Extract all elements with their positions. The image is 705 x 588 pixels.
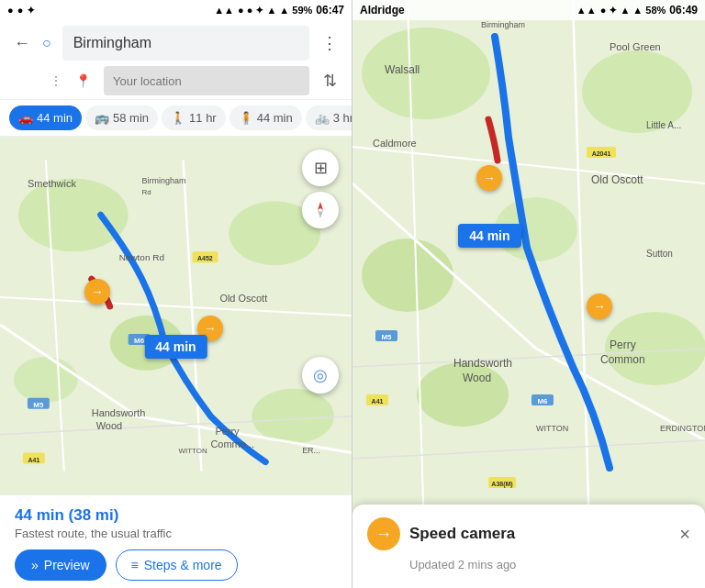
destination-input[interactable] [62, 26, 309, 61]
arrow-icon-2: → [204, 321, 217, 336]
map-area-left[interactable]: M5 M6 A452 A41 Smethwick Newton Rd Old O… [0, 137, 352, 494]
status-icon-circle1: ● [7, 5, 14, 16]
svg-text:Common: Common [600, 353, 645, 366]
more-options-button[interactable]: ⋮ [317, 30, 342, 56]
svg-text:Old Oscott: Old Oscott [591, 173, 643, 186]
tab-hike[interactable]: 🧍 44 min [229, 105, 302, 130]
svg-point-4 [14, 357, 78, 403]
layers-button[interactable]: ⊞ [302, 150, 339, 186]
route-time-badge-left: 44 min [144, 335, 207, 359]
status-bar-right: Aldridge ▲▲ ● ✦ ▲ ▲ 58% 06:49 [352, 0, 705, 20]
steps-label: Steps & more [144, 558, 222, 572]
signal-icon-right: ▲▲ [576, 5, 597, 16]
speed-camera-header: → Speed camera × [367, 517, 690, 550]
svg-marker-32 [318, 210, 323, 218]
svg-text:Commo...: Commo... [210, 438, 254, 449]
preview-icon: » [31, 558, 39, 572]
tab-transit[interactable]: 🚌 58 min [85, 105, 158, 130]
location-button[interactable]: ◎ [302, 357, 339, 394]
drive-icon: 🚗 [18, 111, 33, 125]
search-destination-row: ← ○ ⋮ [9, 26, 342, 61]
traffic-marker-1: → [84, 279, 110, 305]
svg-text:Birmingham: Birmingham [481, 20, 525, 29]
tab-cycle[interactable]: 🚲 3 hr [306, 105, 352, 130]
battery-right: ● ✦ ▲ ▲ 58% [600, 5, 666, 17]
preview-button[interactable]: » Preview [15, 549, 106, 581]
svg-point-5 [252, 389, 334, 444]
signal-icon: ▲▲ [214, 5, 234, 16]
svg-text:Birmingham: Birmingham [142, 176, 186, 185]
traffic-marker-right-1: → [476, 165, 502, 191]
steps-button[interactable]: ≡ Steps & more [116, 549, 238, 581]
location-name-right: Aldridge [360, 4, 405, 17]
transit-time: 58 min [113, 111, 149, 125]
steps-icon: ≡ [131, 558, 139, 572]
svg-text:A41: A41 [28, 457, 40, 463]
speed-camera-card: → Speed camera × Updated 2 mins ago [352, 505, 705, 588]
pin-icon: 📍 [75, 72, 91, 89]
svg-text:WITTON: WITTON [178, 447, 207, 455]
svg-text:WITTON: WITTON [536, 424, 568, 433]
close-icon: × [679, 524, 690, 544]
time-left: 06:47 [316, 4, 344, 17]
svg-text:A41: A41 [372, 398, 384, 405]
status-icon-circle2: ● [17, 5, 24, 16]
status-right-icons-left: ▲▲ ● ● ✦ ▲ ▲ 59% 06:47 [214, 4, 344, 17]
compass-svg [310, 200, 330, 220]
speed-camera-title-row: → Speed camera [367, 517, 515, 550]
svg-text:Old Oscott: Old Oscott [219, 293, 267, 304]
svg-text:Perry: Perry [215, 426, 240, 437]
time-right: 06:49 [669, 4, 698, 17]
status-left-system-icons: ● ● ✦ [7, 5, 35, 17]
svg-text:Caldmore: Caldmore [373, 138, 417, 149]
status-icon-bt: ✦ [27, 5, 35, 17]
svg-point-36 [362, 239, 453, 312]
svg-text:ER...: ER... [302, 446, 320, 455]
hike-icon: 🧍 [239, 111, 253, 125]
camera-arrow-icon: → [375, 525, 392, 544]
svg-text:A2041: A2041 [592, 150, 611, 157]
left-panel: ● ● ✦ ▲▲ ● ● ✦ ▲ ▲ 59% 06:47 ← ○ ⋮ ⋮ [0, 0, 352, 588]
drive-time: 44 min [37, 111, 73, 125]
tab-drive[interactable]: 🚗 44 min [9, 105, 82, 130]
more-vert-icon: ⋮ [321, 33, 338, 53]
svg-text:Handsworth: Handsworth [453, 357, 512, 370]
map-area-right[interactable]: M5 M6 M6 A2041 A41 A38(M) Walsall Pool G… [352, 0, 705, 588]
status-bar-left: ● ● ✦ ▲▲ ● ● ✦ ▲ ▲ 59% 06:47 [0, 0, 352, 20]
info-action-buttons: » Preview ≡ Steps & more [15, 549, 337, 581]
map-svg-left: M5 M6 A452 A41 Smethwick Newton Rd Old O… [0, 137, 352, 494]
origin-input[interactable] [104, 66, 309, 95]
tab-walk[interactable]: 🚶 11 hr [162, 105, 226, 130]
walk-icon: 🚶 [171, 111, 185, 125]
route-summary: 44 min (38 mi) [15, 506, 337, 525]
svg-text:Little A...: Little A... [646, 120, 681, 130]
transit-icon: 🚌 [95, 111, 109, 125]
svg-text:M6: M6 [134, 337, 145, 345]
svg-text:ERDINGTON: ERDINGTON [660, 424, 705, 433]
cycle-icon: 🚲 [315, 111, 330, 125]
route-dots-icon: ⋮ [42, 74, 68, 87]
compass-button[interactable] [302, 192, 339, 228]
status-right-icons: ▲▲ ● ✦ ▲ ▲ 58% 06:49 [576, 4, 698, 17]
speed-camera-title: Speed camera [409, 525, 515, 543]
svg-text:Handsworth: Handsworth [92, 407, 146, 418]
svg-text:Smethwick: Smethwick [28, 178, 77, 189]
cycle-time: 3 hr [333, 111, 352, 125]
svg-marker-31 [318, 202, 323, 210]
svg-text:Walsall: Walsall [385, 63, 420, 76]
swap-button[interactable]: ⇅ [317, 68, 342, 94]
route-time-badge-right: 44 min [458, 224, 520, 248]
location-icon: ◎ [313, 365, 328, 385]
svg-text:Pool Green: Pool Green [610, 41, 661, 52]
svg-text:Rd: Rd [142, 188, 151, 196]
arrow-icon-r2: → [593, 299, 606, 314]
svg-text:A452: A452 [197, 255, 213, 261]
close-button[interactable]: × [679, 524, 690, 545]
svg-text:Newton Rd: Newton Rd [119, 252, 164, 262]
back-icon: ← [14, 34, 30, 53]
walk-time: 11 hr [189, 111, 217, 125]
back-button[interactable]: ← [9, 30, 35, 56]
right-panel: Aldridge ▲▲ ● ✦ ▲ ▲ 58% 06:49 [352, 0, 705, 588]
swap-icon: ⇅ [323, 71, 337, 91]
search-area: ← ○ ⋮ ⋮ 📍 ⇅ [0, 20, 352, 100]
